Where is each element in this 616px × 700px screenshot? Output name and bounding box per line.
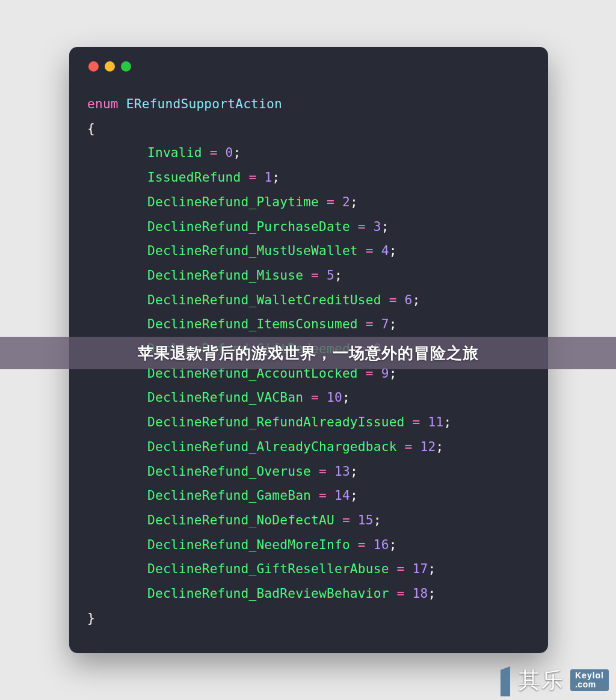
enum-entry: DeclineRefund_NeedMoreInfo = 16;	[87, 537, 397, 552]
semicolon: ;	[389, 316, 397, 331]
enum-entry: DeclineRefund_MustUseWallet = 4;	[87, 243, 397, 258]
enum-name: Invalid	[147, 145, 202, 160]
overlay-title: 苹果退款背后的游戏世界，一场意外的冒险之旅	[138, 343, 479, 364]
enum-name: DeclineRefund_RefundAlreadyIssued	[147, 414, 405, 429]
semicolon: ;	[436, 439, 443, 454]
semicolon: ;	[374, 512, 381, 527]
watermark-tab-icon	[498, 664, 513, 696]
enum-entry: DeclineRefund_Playtime = 2;	[87, 194, 358, 209]
enum-value: 18	[413, 586, 428, 601]
enum-value: 3	[374, 219, 381, 234]
equals-op: =	[358, 219, 366, 234]
semicolon: ;	[428, 561, 436, 576]
enum-entry: DeclineRefund_AlreadyChargedback = 12;	[87, 439, 443, 454]
enum-value: 4	[381, 243, 389, 258]
enum-entry: DeclineRefund_Overuse = 13;	[87, 464, 358, 479]
equals-op: =	[311, 268, 319, 283]
semicolon: ;	[381, 219, 389, 234]
semicolon: ;	[413, 292, 420, 307]
semicolon: ;	[350, 194, 358, 209]
enum-name: DeclineRefund_NoDefectAU	[147, 512, 334, 527]
enum-entry: DeclineRefund_GameBan = 14;	[87, 488, 358, 503]
enum-name: DeclineRefund_Misuse	[147, 268, 303, 283]
enum-value: 2	[342, 194, 350, 209]
equals-op: =	[342, 512, 350, 527]
enum-value: 13	[334, 464, 350, 479]
semicolon: ;	[350, 464, 358, 479]
enum-name: DeclineRefund_Playtime	[147, 194, 319, 209]
enum-entry: IssuedRefund = 1;	[87, 170, 280, 185]
semicolon: ;	[428, 586, 436, 601]
equals-op: =	[248, 170, 256, 185]
equals-op: =	[210, 145, 218, 160]
semicolon: ;	[443, 414, 451, 429]
watermark-line1: Keylol	[575, 671, 604, 680]
enum-entry: DeclineRefund_Misuse = 5;	[87, 268, 342, 283]
equals-op: =	[397, 561, 405, 576]
close-icon[interactable]	[88, 61, 99, 72]
semicolon: ;	[272, 170, 280, 185]
enum-entry: DeclineRefund_PurchaseDate = 3;	[87, 219, 389, 234]
enum-value: 0	[226, 145, 233, 160]
equals-op: =	[405, 439, 413, 454]
equals-op: =	[389, 292, 397, 307]
enum-value: 14	[334, 488, 350, 503]
overlay-title-bar: 苹果退款背后的游戏世界，一场意外的冒险之旅	[0, 337, 616, 369]
enum-name: DeclineRefund_BadReviewBehavior	[147, 586, 389, 601]
semicolon: ;	[350, 488, 358, 503]
enum-value: 6	[405, 292, 413, 307]
enum-entry: DeclineRefund_WalletCreditUsed = 6;	[87, 292, 420, 307]
enum-entry: DeclineRefund_ItemsConsumed = 7;	[87, 316, 397, 331]
semicolon: ;	[233, 145, 241, 160]
equals-op: =	[366, 243, 374, 258]
enum-entry: DeclineRefund_NoDefectAU = 15;	[87, 512, 381, 527]
watermark: 其乐 Keylol .com	[498, 664, 609, 696]
keyword-enum: enum	[87, 96, 119, 111]
enum-value: 7	[381, 316, 389, 331]
minimize-icon[interactable]	[105, 61, 115, 72]
enum-name: DeclineRefund_NeedMoreInfo	[147, 537, 350, 552]
enum-entry: DeclineRefund_GiftResellerAbuse = 17;	[87, 561, 436, 576]
semicolon: ;	[334, 268, 342, 283]
enum-value: 10	[327, 390, 342, 405]
type-name: ERefundSupportAction	[126, 96, 282, 111]
enum-name: DeclineRefund_GameBan	[147, 488, 311, 503]
enum-name: DeclineRefund_Overuse	[147, 464, 311, 479]
enum-name: DeclineRefund_AlreadyChargedback	[147, 439, 397, 454]
equals-op: =	[366, 316, 374, 331]
enum-name: DeclineRefund_ItemsConsumed	[147, 316, 358, 331]
equals-op: =	[358, 537, 366, 552]
enum-value: 5	[327, 268, 334, 283]
traffic-lights	[88, 61, 530, 72]
enum-name: DeclineRefund_MustUseWallet	[147, 243, 358, 258]
maximize-icon[interactable]	[121, 61, 131, 72]
close-brace: }	[87, 610, 95, 625]
watermark-domain: Keylol .com	[570, 669, 609, 691]
enum-name: DeclineRefund_VACBan	[147, 390, 303, 405]
equals-op: =	[311, 390, 319, 405]
enum-entry: DeclineRefund_BadReviewBehavior = 18;	[87, 586, 436, 601]
enum-name: IssuedRefund	[147, 170, 241, 185]
open-brace: {	[87, 121, 95, 136]
equals-op: =	[319, 464, 327, 479]
watermark-line2: .com	[575, 680, 604, 689]
equals-op: =	[319, 488, 327, 503]
equals-op: =	[397, 586, 405, 601]
enum-name: DeclineRefund_WalletCreditUsed	[147, 292, 381, 307]
equals-op: =	[327, 194, 334, 209]
semicolon: ;	[389, 243, 397, 258]
enum-entry: DeclineRefund_VACBan = 10;	[87, 390, 350, 405]
enum-value: 16	[374, 537, 389, 552]
enum-value: 1	[264, 170, 272, 185]
enum-value: 17	[413, 561, 428, 576]
enum-value: 15	[358, 512, 374, 527]
enum-value: 12	[420, 439, 436, 454]
enum-name: DeclineRefund_GiftResellerAbuse	[147, 561, 389, 576]
equals-op: =	[413, 414, 420, 429]
svg-marker-0	[500, 666, 510, 696]
enum-value: 11	[428, 414, 443, 429]
enum-entry: DeclineRefund_RefundAlreadyIssued = 11;	[87, 414, 451, 429]
semicolon: ;	[342, 390, 350, 405]
semicolon: ;	[389, 537, 397, 552]
watermark-chinese: 其乐	[519, 666, 564, 695]
